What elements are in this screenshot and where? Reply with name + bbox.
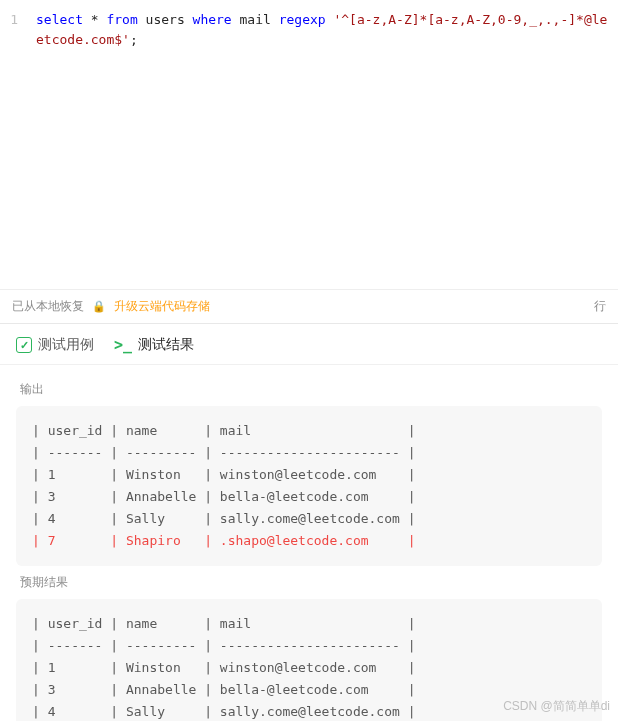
status-bar: 已从本地恢复 🔒 升级云端代码存储 行	[0, 290, 618, 324]
prompt-icon: >_	[114, 336, 132, 354]
code-content[interactable]: select * from users where mail regexp '^…	[28, 10, 618, 50]
output-block: | user_id | name | mail | | ------- | --…	[16, 406, 602, 566]
result-tabs: ✓ 测试用例 >_ 测试结果	[0, 324, 618, 365]
watermark: CSDN @简简单单di	[503, 698, 610, 715]
lock-icon: 🔒	[92, 300, 106, 313]
upgrade-link[interactable]: 升级云端代码存储	[114, 298, 210, 315]
tab-testresult-label: 测试结果	[138, 336, 194, 354]
tab-testresult[interactable]: >_ 测试结果	[114, 336, 194, 354]
results-panel: 输出 | user_id | name | mail | | ------- |…	[0, 365, 618, 721]
code-line[interactable]: 1 select * from users where mail regexp …	[0, 10, 618, 50]
code-editor[interactable]: 1 select * from users where mail regexp …	[0, 0, 618, 290]
output-label: 输出	[20, 381, 602, 398]
line-indicator: 行	[594, 298, 606, 315]
expected-label: 预期结果	[20, 574, 602, 591]
restored-label: 已从本地恢复	[12, 298, 84, 315]
line-number: 1	[0, 10, 28, 50]
tab-testcase[interactable]: ✓ 测试用例	[16, 336, 94, 354]
tab-testcase-label: 测试用例	[38, 336, 94, 354]
check-icon: ✓	[16, 337, 32, 353]
